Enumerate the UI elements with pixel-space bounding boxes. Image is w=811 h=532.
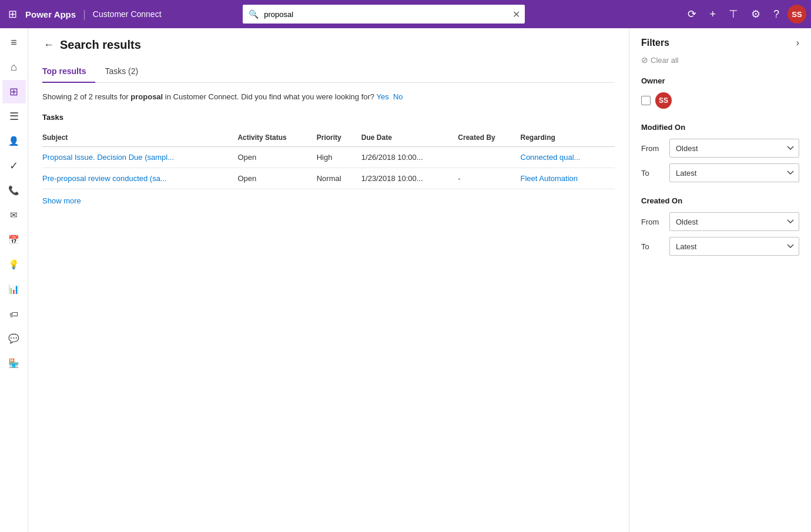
owner-section-label: Owner: [641, 76, 799, 85]
app-name: Power Apps: [25, 9, 76, 19]
topbar-divider: |: [83, 8, 86, 21]
owner-row: SS: [641, 92, 799, 109]
col-regarding: Regarding: [521, 129, 615, 147]
row1-priority: High: [317, 147, 361, 168]
search-bar: 🔍 ✕: [243, 5, 525, 24]
filters-chevron-button[interactable]: ›: [796, 38, 799, 48]
sidebar: ≡ ⌂ ⊞ ☰ 👤 ✓ 📞 ✉ 📅 💡 📊 🏷 💬 🏪: [0, 28, 28, 532]
filters-title: Filters: [641, 38, 669, 48]
table-row: Proposal Issue. Decision Due (sampl... O…: [42, 147, 615, 168]
sidebar-icon-tasks[interactable]: ✓: [2, 154, 26, 178]
modified-from-select[interactable]: Oldest Last 7 days Last 30 days Latest: [669, 139, 799, 158]
tabs: Top results Tasks (2): [42, 62, 615, 83]
results-table: Subject Activity Status Priority Due Dat…: [42, 129, 615, 189]
clear-all-label: Clear all: [651, 56, 679, 65]
yes-link[interactable]: Yes: [376, 92, 388, 101]
search-icon: 🔍: [249, 9, 259, 19]
clear-search-icon[interactable]: ✕: [512, 9, 520, 20]
modified-from-label: From: [641, 144, 665, 153]
modified-to-label: To: [641, 169, 665, 178]
modified-on-section: Modified On From Oldest Last 7 days Last…: [641, 123, 799, 182]
created-from-label: From: [641, 218, 665, 226]
settings-button[interactable]: ⚙: [746, 5, 765, 23]
clear-all-button[interactable]: ⊘ Clear all: [641, 55, 799, 65]
tasks-section-label: Tasks: [42, 113, 615, 122]
owner-filter-section: Owner SS: [641, 76, 799, 109]
row2-activity-status: Open: [237, 168, 316, 189]
no-link[interactable]: No: [393, 92, 403, 101]
filter-button[interactable]: ⊤: [724, 5, 743, 23]
sidebar-icon-store[interactable]: 🏪: [2, 352, 26, 375]
sidebar-icon-catalog[interactable]: 🏷: [2, 302, 26, 326]
row1-due-date: 1/26/2018 10:00...: [361, 147, 458, 168]
created-to-row: To Latest Last 7 days Last 30 days Oldes…: [641, 237, 799, 256]
modified-on-label: Modified On: [641, 123, 799, 132]
modified-to-select[interactable]: Latest Last 7 days Last 30 days Oldest: [669, 163, 799, 182]
created-from-row: From Oldest Last 7 days Last 30 days Lat…: [641, 212, 799, 231]
topbar: ⊞ Power Apps | Customer Connect 🔍 ✕ ⟳ + …: [0, 0, 811, 28]
sidebar-icon-records[interactable]: ☰: [2, 105, 26, 128]
user-avatar[interactable]: SS: [787, 5, 806, 24]
sync-button[interactable]: ⟳: [683, 5, 701, 23]
sidebar-icon-dashboard[interactable]: ⊞: [2, 80, 26, 103]
table-row: Pre-proposal review conducted (sa... Ope…: [42, 168, 615, 189]
sidebar-icon-reports[interactable]: 📊: [2, 277, 26, 301]
created-to-select[interactable]: Latest Last 7 days Last 30 days Oldest: [669, 237, 799, 256]
sidebar-icon-calendar[interactable]: 📅: [2, 228, 26, 252]
search-input[interactable]: [243, 5, 525, 24]
results-middle: in Customer Connect. Did you find what y…: [163, 92, 374, 101]
search-main: ← Search results Top results Tasks (2) S…: [28, 28, 629, 532]
created-from-select[interactable]: Oldest Last 7 days Last 30 days Latest: [669, 212, 799, 231]
owner-avatar[interactable]: SS: [655, 92, 672, 109]
filters-panel: Filters › ⊘ Clear all Owner SS: [629, 28, 811, 532]
row1-subject-link[interactable]: Proposal Issue. Decision Due (sampl...: [42, 153, 174, 162]
waffle-icon[interactable]: ⊞: [5, 4, 21, 24]
sidebar-icon-email[interactable]: ✉: [2, 203, 26, 227]
sidebar-icon-menu[interactable]: ≡: [2, 31, 26, 54]
help-button[interactable]: ?: [769, 6, 784, 23]
sidebar-icon-phone[interactable]: 📞: [2, 179, 26, 202]
filters-header: Filters ›: [641, 38, 799, 48]
modified-to-row: To Latest Last 7 days Last 30 days Oldes…: [641, 163, 799, 182]
col-priority: Priority: [317, 129, 361, 147]
col-created-by: Created By: [458, 129, 520, 147]
search-page: ← Search results Top results Tasks (2) S…: [28, 28, 811, 532]
row1-regarding-link[interactable]: Connected qual...: [521, 153, 581, 162]
topbar-actions: ⟳ + ⊤ ⚙ ? SS: [683, 5, 806, 24]
sidebar-icon-contacts[interactable]: 👤: [2, 129, 26, 153]
page-title: Search results: [60, 38, 141, 52]
row1-activity-status: Open: [237, 147, 316, 168]
row2-created-by: -: [458, 168, 520, 189]
results-prefix: Showing 2 of 2 results for: [42, 92, 130, 101]
sidebar-icon-chat[interactable]: 💬: [2, 327, 26, 350]
sidebar-icon-ideas[interactable]: 💡: [2, 253, 26, 276]
clear-icon: ⊘: [641, 55, 648, 65]
created-to-label: To: [641, 242, 665, 251]
app-context-label: Customer Connect: [93, 9, 162, 19]
add-button[interactable]: +: [705, 6, 720, 23]
show-more-link[interactable]: Show more: [42, 196, 81, 205]
row2-subject-link[interactable]: Pre-proposal review conducted (sa...: [42, 174, 167, 183]
created-on-label: Created On: [641, 196, 799, 205]
back-header: ← Search results: [42, 38, 615, 52]
tab-tasks[interactable]: Tasks (2): [105, 62, 148, 83]
search-keyword: proposal: [130, 92, 163, 101]
row2-regarding-link[interactable]: Fleet Automation: [521, 174, 578, 183]
modified-from-row: From Oldest Last 7 days Last 30 days Lat…: [641, 139, 799, 158]
owner-checkbox[interactable]: [641, 96, 651, 105]
main-layout: ≡ ⌂ ⊞ ☰ 👤 ✓ 📞 ✉ 📅 💡 📊 🏷 💬 🏪 ← Search res…: [0, 28, 811, 532]
col-activity-status: Activity Status: [237, 129, 316, 147]
col-subject: Subject: [42, 129, 237, 147]
back-button[interactable]: ←: [42, 38, 55, 52]
row2-priority: Normal: [317, 168, 361, 189]
tab-top-results[interactable]: Top results: [42, 62, 95, 83]
sidebar-icon-home[interactable]: ⌂: [2, 55, 26, 79]
row2-due-date: 1/23/2018 10:00...: [361, 168, 458, 189]
results-info: Showing 2 of 2 results for proposal in C…: [42, 92, 615, 101]
row1-created-by: [458, 147, 520, 168]
created-on-section: Created On From Oldest Last 7 days Last …: [641, 196, 799, 256]
content-area: ← Search results Top results Tasks (2) S…: [28, 28, 811, 532]
col-due-date: Due Date: [361, 129, 458, 147]
